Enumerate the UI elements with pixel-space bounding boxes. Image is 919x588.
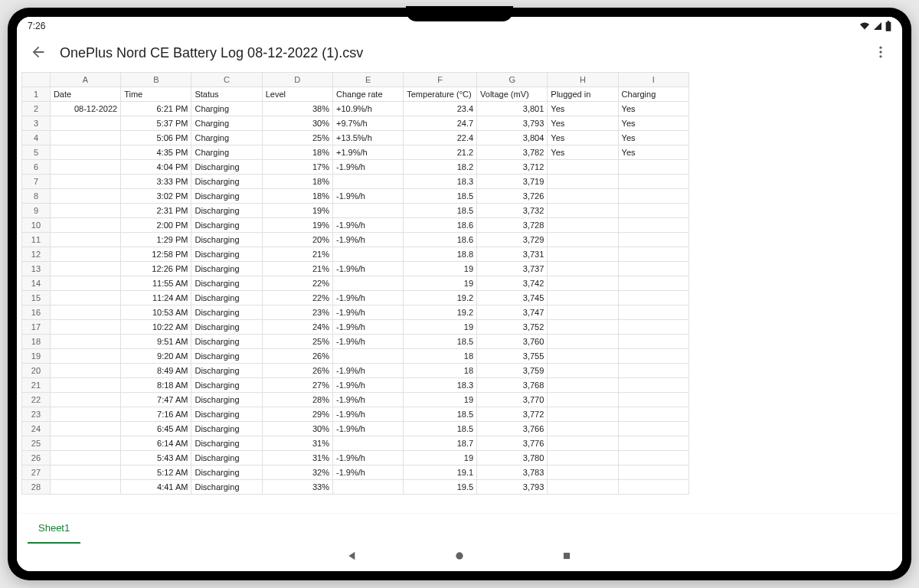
cell[interactable]	[618, 305, 688, 320]
cell[interactable]: 5:06 PM	[121, 131, 191, 145]
cell[interactable]	[50, 378, 120, 393]
cell[interactable]: 19	[404, 451, 477, 466]
cell[interactable]	[618, 335, 688, 349]
cell[interactable]	[50, 451, 120, 466]
cell[interactable]: Yes	[548, 145, 618, 160]
cell[interactable]	[50, 175, 120, 189]
cell[interactable]: Charging	[191, 145, 262, 160]
cell[interactable]: 3,752	[477, 320, 548, 335]
cell[interactable]	[548, 204, 618, 218]
cell[interactable]: 3,728	[477, 218, 548, 233]
cell[interactable]: Discharging	[191, 451, 262, 466]
cell[interactable]: 18%	[262, 145, 332, 160]
cell[interactable]: 10:53 AM	[121, 305, 191, 320]
cell[interactable]: 3,719	[477, 175, 548, 189]
cell[interactable]	[618, 436, 688, 451]
cell[interactable]: Discharging	[191, 262, 262, 276]
cell[interactable]: Discharging	[191, 320, 262, 335]
cell[interactable]	[548, 218, 618, 233]
cell[interactable]: 18.8	[404, 247, 477, 262]
cell[interactable]	[618, 218, 688, 233]
row-num[interactable]: 28	[22, 480, 51, 495]
row-num[interactable]: 24	[22, 422, 51, 436]
cell[interactable]: 3,760	[477, 335, 548, 349]
cell[interactable]	[548, 247, 618, 262]
cell[interactable]: Yes	[618, 102, 688, 116]
col-head-D[interactable]: D	[262, 73, 332, 87]
row-num[interactable]: 19	[22, 349, 51, 364]
cell[interactable]: Discharging	[191, 204, 262, 218]
cell[interactable]: 18%	[262, 175, 332, 189]
cell[interactable]: 26%	[262, 349, 332, 364]
row-num[interactable]: 23	[22, 407, 51, 422]
cell[interactable]: Plugged in	[548, 87, 618, 102]
cell[interactable]: 18.3	[404, 175, 477, 189]
cell[interactable]: 12:26 PM	[121, 262, 191, 276]
corner-cell[interactable]	[22, 73, 51, 87]
cell[interactable]	[50, 480, 120, 495]
row-num[interactable]: 5	[22, 145, 51, 160]
cell[interactable]: 18.5	[404, 335, 477, 349]
cell[interactable]	[50, 247, 120, 262]
cell[interactable]	[618, 451, 688, 466]
cell[interactable]: 9:20 AM	[121, 349, 191, 364]
cell[interactable]: 18	[404, 349, 477, 364]
cell[interactable]	[50, 233, 120, 247]
cell[interactable]: Discharging	[191, 218, 262, 233]
cell[interactable]	[618, 189, 688, 204]
row-num[interactable]: 14	[22, 276, 51, 291]
cell[interactable]: 3,782	[477, 145, 548, 160]
cell[interactable]: Discharging	[191, 189, 262, 204]
tab-sheet1[interactable]: Sheet1	[28, 514, 80, 544]
spreadsheet-table[interactable]: A B C D E F G H I 1 Date Tim	[21, 72, 689, 495]
cell[interactable]	[618, 204, 688, 218]
nav-home-button[interactable]	[452, 550, 467, 565]
cell[interactable]: 3,793	[477, 116, 548, 131]
cell[interactable]: 3,804	[477, 131, 548, 145]
cell[interactable]: 3,731	[477, 247, 548, 262]
cell[interactable]	[548, 436, 618, 451]
cell[interactable]: 19	[404, 276, 477, 291]
cell[interactable]: Time	[121, 87, 191, 102]
row-num[interactable]: 26	[22, 451, 51, 466]
cell[interactable]: -1.9%/h	[332, 451, 403, 466]
cell[interactable]	[548, 349, 618, 364]
cell[interactable]: 12:58 PM	[121, 247, 191, 262]
cell[interactable]: 30%	[262, 422, 332, 436]
back-button[interactable]	[23, 38, 54, 69]
cell[interactable]: Level	[262, 87, 332, 102]
row-num[interactable]: 2	[22, 102, 51, 116]
cell[interactable]	[548, 335, 618, 349]
cell[interactable]: Discharging	[191, 276, 262, 291]
cell[interactable]	[50, 160, 120, 175]
cell[interactable]	[50, 276, 120, 291]
cell[interactable]: Voltage (mV)	[477, 87, 548, 102]
cell[interactable]: 19.5	[404, 480, 477, 495]
row-num[interactable]: 18	[22, 335, 51, 349]
row-num[interactable]: 12	[22, 247, 51, 262]
cell[interactable]: 2:31 PM	[121, 204, 191, 218]
row-num[interactable]: 10	[22, 218, 51, 233]
cell[interactable]: 21%	[262, 262, 332, 276]
col-head-G[interactable]: G	[477, 73, 548, 87]
cell[interactable]: Discharging	[191, 364, 262, 378]
cell[interactable]	[332, 204, 403, 218]
cell[interactable]: Charging	[191, 102, 262, 116]
cell[interactable]: 3,732	[477, 204, 548, 218]
cell[interactable]: 7:47 AM	[121, 393, 191, 407]
row-num[interactable]: 9	[22, 204, 51, 218]
cell[interactable]	[50, 131, 120, 145]
cell[interactable]: 11:24 AM	[121, 291, 191, 305]
row-num[interactable]: 16	[22, 305, 51, 320]
cell[interactable]: 3,766	[477, 422, 548, 436]
cell[interactable]	[548, 291, 618, 305]
row-num[interactable]: 6	[22, 160, 51, 175]
cell[interactable]: +1.9%/h	[332, 145, 403, 160]
cell[interactable]	[618, 349, 688, 364]
cell[interactable]: 25%	[262, 335, 332, 349]
cell[interactable]: 21%	[262, 247, 332, 262]
cell[interactable]	[50, 145, 120, 160]
cell[interactable]: 18.7	[404, 436, 477, 451]
cell[interactable]	[548, 305, 618, 320]
cell[interactable]	[332, 480, 403, 495]
